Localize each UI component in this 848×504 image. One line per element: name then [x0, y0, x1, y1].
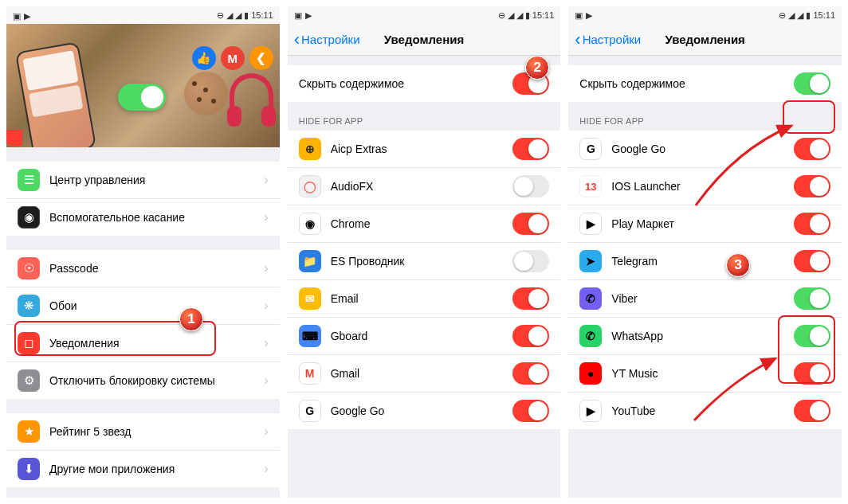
chevron-right-icon: › — [264, 424, 268, 439]
dnd-icon: ⊖ — [498, 10, 505, 21]
app-toggle[interactable] — [512, 325, 549, 347]
section-header: HIDE FOR APP — [568, 116, 842, 131]
settings-row[interactable]: ☉ Passcode › — [6, 250, 280, 287]
hide-content-row[interactable]: Скрыть содержимое — [288, 65, 561, 102]
settings-row[interactable]: ★ Рейтинг 5 звезд › — [6, 413, 280, 451]
app-toggle[interactable] — [512, 175, 549, 197]
app-toggle[interactable] — [512, 250, 549, 272]
settings-row[interactable]: ⬇ Другие мои приложения › — [6, 451, 280, 487]
annotation-marker-1: 1 — [179, 307, 203, 331]
status-bar: ▣▶ ⊖◢◢▮15:11 — [568, 6, 842, 24]
app-icon: 📁 — [299, 250, 321, 272]
app-icon: ▶ — [579, 213, 602, 235]
app-row[interactable]: ✆ Viber — [568, 280, 842, 318]
row-label: Passcode — [49, 262, 264, 275]
app-name: Gmail — [331, 367, 513, 380]
status-bar: ▣▶ ⊖ ◢ ◢ ▮ 15:11 — [6, 6, 280, 24]
row-icon: ⚙ — [18, 369, 40, 392]
app-row[interactable]: G Google Go — [568, 131, 842, 168]
chevron-right-icon: › — [264, 173, 268, 187]
row-label: Уведомления — [49, 337, 264, 350]
row-icon: ❋ — [18, 295, 40, 317]
chevron-right-icon: › — [264, 373, 268, 388]
app-row[interactable]: M Gmail — [288, 355, 561, 393]
chevron-right-icon: › — [264, 336, 268, 350]
chevron-right-icon: › — [264, 299, 268, 313]
app-toggle[interactable] — [794, 175, 830, 197]
app-row[interactable]: 13 IOS Launcher — [568, 168, 842, 205]
app-row[interactable]: 📁 ES Проводник — [288, 243, 561, 280]
app-row[interactable]: ● YT Music — [568, 355, 842, 393]
app-row[interactable]: ⌨ Gboard — [288, 318, 561, 355]
app-row[interactable]: ✆ WhatsApp — [568, 318, 842, 355]
app-icon: ◯ — [299, 175, 321, 197]
app-toggle[interactable] — [794, 250, 830, 272]
app-toggle[interactable] — [794, 287, 830, 310]
app-row[interactable]: ◯ AudioFX — [288, 168, 561, 205]
app-icon: M — [299, 362, 321, 385]
app-toggle[interactable] — [794, 325, 830, 347]
app-toggle[interactable] — [512, 287, 549, 310]
page-title: Уведомления — [665, 33, 744, 46]
app-icon: ⌨ — [299, 325, 321, 347]
row-icon: ☰ — [18, 169, 40, 191]
app-row[interactable]: ✉ Email — [288, 280, 561, 318]
app-name: ES Проводник — [331, 255, 513, 268]
app-name: Viber — [611, 292, 794, 305]
back-button[interactable]: ‹ Настройки — [294, 31, 360, 49]
app-icon: ⊕ — [299, 138, 321, 160]
app-name: Telegram — [611, 255, 794, 268]
app-toggle[interactable] — [794, 400, 830, 422]
app-name: Aicp Extras — [331, 143, 513, 155]
hide-content-toggle[interactable] — [794, 72, 830, 95]
row-label: Вспомогательное касание — [49, 211, 264, 224]
mail-button[interactable]: M — [221, 46, 245, 70]
app-toggle[interactable] — [512, 362, 549, 385]
hero-toggle-graphic — [118, 84, 166, 111]
nav-bar: ‹ Настройки Уведомления — [288, 24, 561, 56]
app-row[interactable]: ▶ YouTube — [568, 393, 842, 429]
settings-row[interactable]: ☰ Центр управления › — [6, 162, 280, 199]
settings-row[interactable]: ⚙ Отключить блокировку системы › — [6, 362, 280, 399]
app-icon: G — [579, 138, 602, 160]
app-row[interactable]: ➤ Telegram — [568, 243, 842, 280]
app-toggle[interactable] — [512, 213, 549, 235]
row-icon: ★ — [18, 420, 40, 443]
chevron-right-icon: › — [264, 210, 268, 225]
app-toggle[interactable] — [794, 138, 830, 160]
row-icon: ◻ — [18, 332, 40, 354]
app-icon: ✆ — [579, 287, 602, 310]
app-name: Gboard — [331, 330, 513, 342]
app-row[interactable]: ⊕ Aicp Extras — [288, 131, 561, 168]
app-name: AudioFX — [331, 180, 513, 193]
app-row[interactable]: G Google Go — [288, 393, 561, 429]
settings-row[interactable]: ◻ Уведомления › — [6, 325, 280, 362]
play-icon: ▶ — [24, 11, 32, 19]
app-row[interactable]: ▶ Play Маркет — [568, 205, 842, 243]
chevron-right-icon: › — [264, 462, 268, 476]
screenshot-icon: ▣ — [13, 11, 21, 19]
app-row[interactable]: ◉ Chrome — [288, 205, 561, 243]
app-icon: ➤ — [579, 250, 602, 272]
row-label: Обои — [49, 299, 264, 312]
app-icon: ▶ — [579, 400, 602, 422]
settings-row[interactable]: ◉ Вспомогательное касание › — [6, 199, 280, 236]
settings-row[interactable]: ❋ Обои › — [6, 287, 280, 325]
app-toggle[interactable] — [512, 400, 549, 422]
phone-notifications-2: ▣▶ ⊖◢◢▮15:11 ‹ Настройки Уведомления Скр… — [568, 6, 842, 498]
app-toggle[interactable] — [794, 213, 830, 235]
chevron-right-icon: › — [264, 261, 268, 275]
page-title: Уведомления — [384, 33, 464, 46]
app-toggle[interactable] — [794, 362, 830, 385]
nav-bar: ‹ Настройки Уведомления — [568, 24, 842, 56]
app-toggle[interactable] — [512, 138, 549, 160]
back-button[interactable]: ‹ Настройки — [575, 31, 641, 49]
row-icon: ◉ — [18, 206, 40, 229]
row-label: Отключить блокировку системы — [49, 374, 264, 387]
settings-list: ☰ Центр управления › ◉ Вспомогательное к… — [6, 147, 280, 498]
app-name: Chrome — [331, 217, 513, 230]
share-button[interactable]: ❮ — [249, 46, 273, 70]
like-button[interactable]: 👍 — [192, 46, 216, 70]
hide-content-row[interactable]: Скрыть содержимое — [568, 65, 842, 102]
chevron-left-icon: ‹ — [294, 31, 300, 49]
